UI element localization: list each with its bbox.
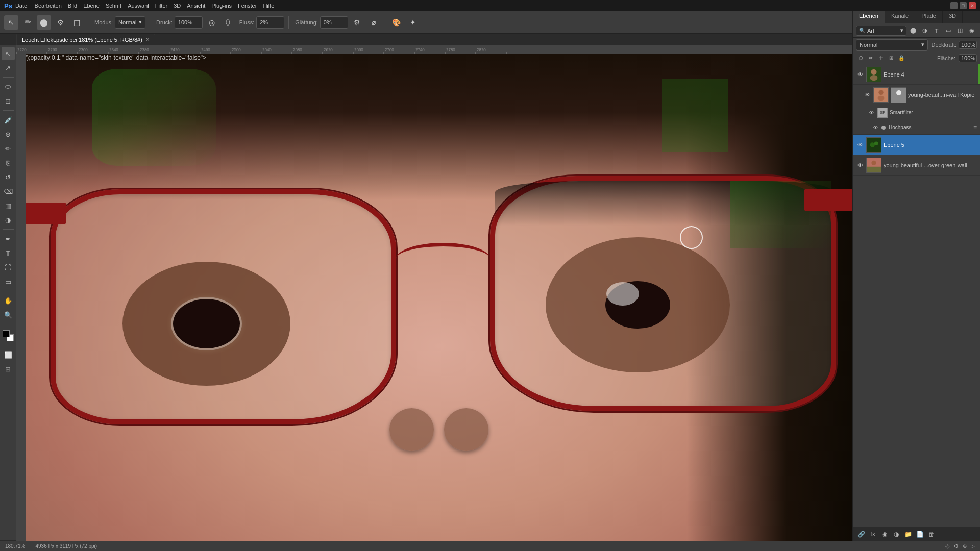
layer-item-ebene4[interactable]: 👁 Ebene 4 [853,64,980,85]
new-adjustment-btn[interactable]: ◑ [891,529,901,539]
lock-pixels-btn[interactable]: ✏ [866,54,875,63]
path-selection-tool[interactable]: ⛶ [2,261,15,274]
angle-icon[interactable]: ⌀ [366,15,381,30]
filter-shape-btn[interactable]: ▭ [943,26,953,36]
layer-item-young-original[interactable]: 👁 young-beautiful-...over-green-wall [853,155,980,176]
brush-left-tool[interactable]: ✏ [2,142,15,155]
minimize-button[interactable]: ─ [950,2,958,9]
screen-mode-tool[interactable]: ⬜ [2,348,15,361]
menu-bild[interactable]: Bild [68,3,77,9]
layer-visibility-young-original[interactable]: 👁 [856,161,864,169]
layer-visibility-smartfilter[interactable]: 👁 [867,109,875,117]
fx-btn[interactable]: fx [868,529,878,539]
filter-pixel-btn[interactable]: ⬤ [908,26,918,36]
fluss-input[interactable]: 2% [256,16,284,29]
blend-mode-dropdown[interactable]: Normal ▾ [856,39,928,51]
menu-bearbeiten[interactable]: Bearbeiten [35,3,62,9]
type-tool[interactable]: T [2,246,15,260]
selection-tool[interactable]: ↖ [2,47,15,60]
lock-position-btn[interactable]: ✛ [876,54,886,63]
dodge-tool[interactable]: ◑ [2,213,15,227]
lock-transparent-btn[interactable]: ⬡ [856,54,865,63]
opacity-value[interactable]: 100% [959,41,977,49]
glattung-input[interactable]: 0% [320,16,348,29]
new-group-btn[interactable]: 📁 [903,529,913,539]
layer-visibility-ebene4[interactable]: 👁 [856,70,864,79]
fill-value[interactable]: 100% [959,54,977,62]
tab-pfade[interactable]: Pfade [915,11,943,23]
brush-mode-icon[interactable]: ◫ [69,15,84,30]
tab-kanaele[interactable]: Kanäle [885,11,915,23]
menu-plugins[interactable]: Plug-ins [211,3,232,9]
foreground-color-chip[interactable] [3,330,10,337]
menu-3d[interactable]: 3D [174,3,181,9]
menu-auswahl[interactable]: Auswahl [128,3,149,9]
mode-dropdown[interactable]: Normal ▾ [115,16,145,29]
link-layers-btn[interactable]: 🔗 [856,529,866,539]
layer-visibility-hochpass[interactable]: 👁 [871,123,879,132]
gradient-tool[interactable]: ▥ [2,199,15,212]
settings-icon[interactable]: ⚙ [350,15,364,30]
eraser-tool[interactable]: ⌫ [2,185,15,198]
menu-hilfe[interactable]: Hilfe [263,3,274,9]
lock-all-btn[interactable]: 🔒 [897,54,906,63]
menu-schrift[interactable]: Schrift [106,3,121,9]
menu-ebene[interactable]: Ebene [83,3,100,9]
filter-adjustment-btn[interactable]: ◑ [920,26,930,36]
color-chips[interactable] [2,329,15,342]
canvas-image[interactable]: ');opacity:0.1;" data-name="skin-texture… [26,54,852,541]
eyedropper-tool[interactable]: 💉 [2,113,15,127]
menu-datei[interactable]: Datei [15,3,29,9]
color-icon[interactable]: 🎨 [389,15,404,30]
filter-type-btn[interactable]: T [932,26,942,36]
layer-item-ebene5[interactable]: 👁 Ebene 5 [853,135,980,155]
hochpass-settings-icon[interactable]: ≡ [973,124,977,131]
history-brush-tool[interactable]: ↺ [2,170,15,184]
airbrush-icon[interactable]: ⬯ [221,15,235,30]
filter-toggle-btn[interactable]: ◉ [967,26,977,36]
symmetry-icon[interactable]: ✦ [406,15,420,30]
tab-3d[interactable]: 3D [943,11,963,23]
statusbar-icon-3[interactable]: ⊕ [963,543,967,549]
artboard-tool[interactable]: ⊞ [2,362,15,375]
layer-item-hochpass[interactable]: 👁 Hochpass ≡ [853,120,980,135]
lock-artboard-btn[interactable]: ⊞ [887,54,896,63]
layer-item-smartfilter[interactable]: 👁 SF Smartfilter [853,105,980,120]
heal-tool[interactable]: ⊕ [2,128,15,141]
direct-selection-tool[interactable]: ↗ [2,61,15,74]
menu-ansicht[interactable]: Ansicht [187,3,205,9]
menu-filter[interactable]: Filter [155,3,167,9]
maximize-button[interactable]: □ [960,2,967,9]
close-button[interactable]: ✕ [969,2,976,9]
document-tab[interactable]: Leucht Effekt.psdc bei 181% (Ebene 5, RG… [16,34,155,45]
hand-tool[interactable]: ✋ [2,294,15,307]
menu-fenster[interactable]: Fenster [238,3,257,9]
filter-dropdown-icon[interactable]: ▾ [900,27,903,34]
statusbar-icon-2[interactable]: ⚙ [954,543,959,549]
druck-input[interactable]: 100% [175,16,203,29]
move-tool-icon[interactable]: ↖ [4,15,18,30]
filter-smartobject-btn[interactable]: ◫ [955,26,965,36]
brush-tool-icon[interactable]: ✏ [20,15,35,30]
add-mask-btn[interactable]: ◉ [879,529,890,539]
svg-text:2740: 2740 [415,47,425,52]
brush-preset-icon[interactable]: ⬤ [37,15,51,30]
tab-close-icon[interactable]: ✕ [145,37,150,42]
pressure-icon[interactable]: ◎ [205,15,219,30]
shape-tool[interactable]: ▭ [2,275,15,288]
pen-tool[interactable]: ✒ [2,232,15,245]
layer-filter-search[interactable]: 🔍 Art ▾ [856,26,906,36]
layer-visibility-ebene5[interactable]: 👁 [856,141,864,149]
new-layer-btn[interactable]: 📄 [915,529,925,539]
zoom-tool[interactable]: 🔍 [2,308,15,321]
statusbar-icon-1[interactable]: ◎ [945,543,950,549]
lasso-tool[interactable]: ⬭ [2,80,15,93]
crop-tool[interactable]: ⊡ [2,94,15,108]
delete-layer-btn[interactable]: 🗑 [926,529,937,539]
clone-tool[interactable]: ⎘ [2,156,15,169]
brush-settings-icon[interactable]: ⚙ [53,15,67,30]
layer-visibility-young-kopie[interactable]: 👁 [863,91,871,99]
statusbar-icon-4[interactable]: ▷ [971,543,975,549]
layer-item-young-kopie[interactable]: 👁 young-beaut...n-wall Kopie [853,85,980,105]
tab-ebenen[interactable]: Ebenen [853,11,885,23]
